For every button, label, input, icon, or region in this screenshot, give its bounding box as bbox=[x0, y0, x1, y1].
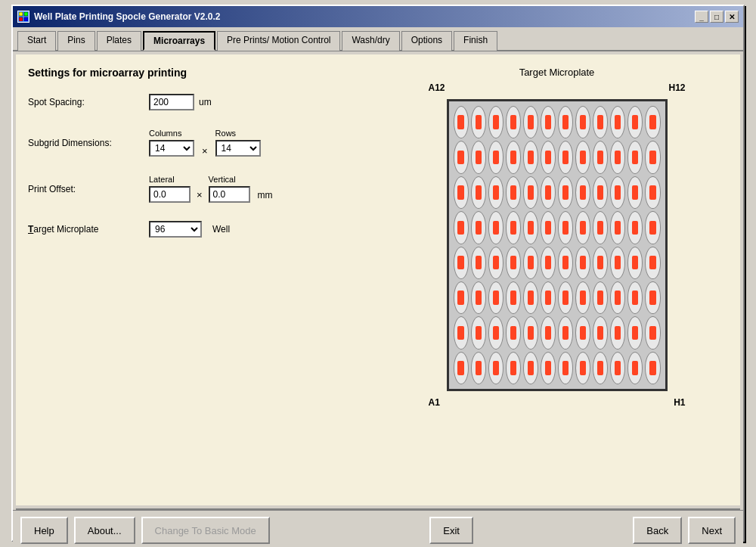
rows-col: Rows 14 124816 bbox=[215, 129, 261, 157]
plate-well bbox=[610, 211, 625, 244]
corner-h1: H1 bbox=[674, 397, 685, 408]
target-microplate-dropdown[interactable]: 96 384 1536 bbox=[149, 221, 202, 238]
next-button[interactable]: Next bbox=[688, 517, 736, 544]
lateral-input[interactable] bbox=[149, 186, 191, 203]
plate-well bbox=[506, 141, 521, 173]
window-title: Well Plate Printing Spocle Generator V2.… bbox=[34, 11, 221, 22]
plate-well bbox=[454, 316, 469, 349]
svg-rect-0 bbox=[19, 12, 23, 16]
plate-well bbox=[454, 141, 469, 173]
help-button[interactable]: Help bbox=[20, 517, 68, 544]
plate-well bbox=[488, 281, 503, 314]
change-mode-button[interactable]: Change To Basic Mode bbox=[141, 517, 270, 544]
tab-finish[interactable]: Finish bbox=[454, 31, 497, 51]
print-offset-row: Print Offset: Lateral × Vertical mm bbox=[28, 175, 370, 203]
tab-microarrays[interactable]: Microarrays bbox=[143, 31, 215, 51]
tab-washdry[interactable]: Wash/dry bbox=[342, 31, 399, 51]
tab-start[interactable]: Start bbox=[17, 31, 56, 51]
target-microplate-unit: Well bbox=[212, 224, 230, 235]
plate-well bbox=[645, 281, 660, 314]
plate-well bbox=[454, 211, 469, 244]
plate-well bbox=[645, 247, 660, 279]
columns-dropdown[interactable]: 14 124816 bbox=[149, 140, 194, 157]
plate-well bbox=[471, 281, 486, 314]
plate-well bbox=[558, 176, 573, 209]
plate-well bbox=[575, 247, 590, 279]
tab-preprints[interactable]: Pre Prints/ Motion Control bbox=[217, 31, 340, 51]
plate-well bbox=[488, 352, 503, 384]
plate-well bbox=[575, 281, 590, 314]
tab-plates[interactable]: Plates bbox=[97, 31, 141, 51]
plate-well bbox=[488, 176, 503, 209]
rows-label: Rows bbox=[215, 129, 237, 138]
bottom-bar: Help About... Change To Basic Mode Exit … bbox=[13, 510, 743, 547]
plate-well bbox=[541, 106, 556, 138]
plate-well bbox=[506, 316, 521, 349]
plate-well bbox=[627, 316, 643, 349]
plate-well bbox=[454, 247, 469, 279]
plate-well bbox=[558, 141, 573, 173]
target-microplate-row: Target Microplate 96 384 1536 Well bbox=[28, 221, 370, 238]
plate-well bbox=[541, 352, 556, 384]
exit-button[interactable]: Exit bbox=[429, 517, 473, 544]
target-label-rest: arget Microplate bbox=[33, 224, 98, 235]
vertical-input[interactable] bbox=[209, 186, 250, 203]
plate-well bbox=[523, 211, 538, 244]
content-area: Settings for microarray printing Spot Sp… bbox=[16, 54, 740, 505]
tab-pins[interactable]: Pins bbox=[57, 31, 94, 51]
plate-well bbox=[471, 106, 486, 138]
plate-well bbox=[645, 141, 660, 173]
plate-well bbox=[523, 352, 538, 384]
plate-well bbox=[627, 352, 643, 384]
plate-well bbox=[488, 141, 503, 173]
plate-well bbox=[471, 141, 486, 173]
plate-well bbox=[610, 176, 625, 209]
plate-container: A12 H12 A1 H1 bbox=[429, 82, 686, 408]
minimize-button[interactable]: _ bbox=[695, 11, 708, 23]
plate-well bbox=[506, 281, 521, 314]
plate-well bbox=[645, 352, 660, 384]
offset-unit: mm bbox=[258, 190, 273, 200]
corner-a1: A1 bbox=[429, 397, 440, 408]
plate-well bbox=[523, 106, 538, 138]
maximize-button[interactable]: □ bbox=[710, 11, 723, 23]
plate-well bbox=[541, 281, 556, 314]
plate-well bbox=[471, 352, 486, 384]
plate-well bbox=[575, 106, 590, 138]
back-button[interactable]: Back bbox=[633, 517, 682, 544]
plate-well bbox=[575, 211, 590, 244]
plate-well bbox=[593, 176, 608, 209]
plate-well bbox=[575, 176, 590, 209]
offset-inputs: Lateral × Vertical mm bbox=[149, 175, 273, 203]
target-row-inputs: 96 384 1536 Well bbox=[149, 221, 230, 238]
vertical-label: Vertical bbox=[209, 175, 250, 184]
plate-well bbox=[610, 352, 625, 384]
plate-well bbox=[610, 247, 625, 279]
plate-well bbox=[506, 352, 521, 384]
plate-well bbox=[627, 141, 643, 173]
right-panel: Target Microplate A12 H12 A1 H1 bbox=[386, 67, 728, 493]
left-panel: Settings for microarray printing Spot Sp… bbox=[28, 67, 370, 493]
plate-well bbox=[541, 316, 556, 349]
plate-well bbox=[488, 211, 503, 244]
lateral-col: Lateral bbox=[149, 175, 191, 203]
plate-well bbox=[610, 316, 625, 349]
tab-options[interactable]: Options bbox=[401, 31, 452, 51]
close-button[interactable]: ✕ bbox=[725, 11, 739, 23]
plate-well bbox=[488, 106, 503, 138]
svg-rect-3 bbox=[24, 17, 28, 21]
plate-well bbox=[593, 316, 608, 349]
rows-dropdown[interactable]: 14 124816 bbox=[215, 140, 261, 157]
plate-well bbox=[575, 316, 590, 349]
offset-times: × bbox=[197, 189, 203, 200]
plate-well bbox=[610, 281, 625, 314]
plate-well bbox=[558, 211, 573, 244]
about-button[interactable]: About... bbox=[74, 517, 135, 544]
plate-well bbox=[593, 141, 608, 173]
plate-well bbox=[506, 211, 521, 244]
corner-h12: H12 bbox=[668, 82, 685, 93]
plate-well bbox=[593, 247, 608, 279]
plate-well bbox=[506, 106, 521, 138]
plate-well bbox=[454, 352, 469, 384]
spot-spacing-input[interactable] bbox=[149, 94, 194, 110]
